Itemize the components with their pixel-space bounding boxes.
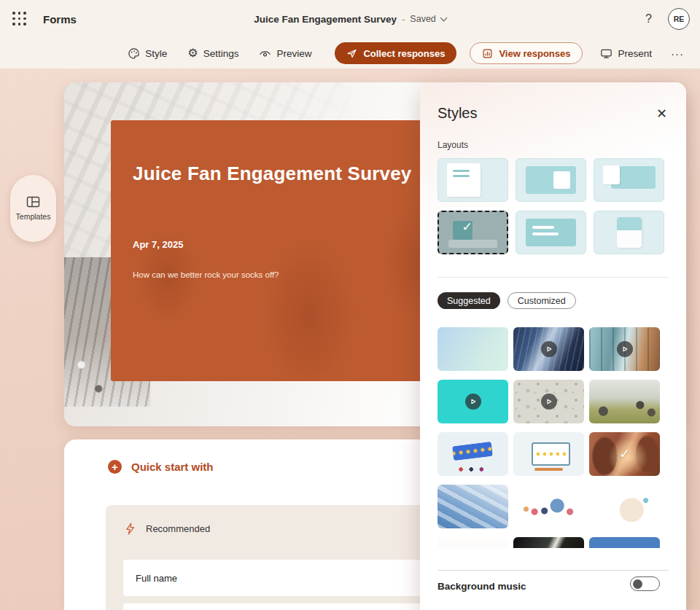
collect-responses-label: Collect responses xyxy=(363,48,445,59)
present-label: Present xyxy=(618,48,652,59)
collect-responses-button[interactable]: Collect responses xyxy=(335,42,456,64)
layout-option-text-banner[interactable] xyxy=(516,211,586,254)
templates-icon xyxy=(26,196,40,208)
layout-option-text-card-left[interactable] xyxy=(438,158,508,202)
theme-speckled-texture-video[interactable] xyxy=(513,380,584,423)
theme-team-dashboard-illustration[interactable] xyxy=(513,485,584,528)
app-name[interactable]: Forms xyxy=(43,13,77,26)
check-icon: ✓ xyxy=(619,446,630,462)
style-label: Style xyxy=(145,48,167,59)
view-responses-label: View responses xyxy=(499,48,570,59)
templates-label: Templates xyxy=(16,212,51,221)
theme-partial-dark[interactable] xyxy=(513,537,584,548)
layouts-label: Layouts xyxy=(438,140,468,150)
toolbar: Style ⚙ Settings Preview Collect respons… xyxy=(0,38,700,69)
play-icon xyxy=(617,341,633,357)
preview-button[interactable]: Preview xyxy=(252,43,319,64)
settings-label: Settings xyxy=(203,48,239,59)
styles-panel-title: Styles xyxy=(438,105,477,122)
theme-star-banner-illustration[interactable] xyxy=(438,432,508,476)
background-music-toggle[interactable] xyxy=(630,576,660,591)
divider xyxy=(438,277,669,278)
play-icon xyxy=(465,394,481,410)
chevron-down-icon[interactable] xyxy=(440,14,447,21)
filter-customized[interactable]: Customized xyxy=(508,292,576,309)
view-responses-button[interactable]: View responses xyxy=(470,42,583,64)
settings-button[interactable]: ⚙ Settings xyxy=(180,43,246,63)
theme-handshake-photo-selected[interactable]: ✓ xyxy=(589,432,660,476)
lightning-icon xyxy=(125,523,136,535)
themes-scroll-area[interactable]: ✓ xyxy=(420,327,686,548)
theme-partial-blue[interactable] xyxy=(589,537,660,548)
theme-rating-monitor-illustration[interactable] xyxy=(513,432,584,476)
layout-option-media-left[interactable] xyxy=(594,158,664,202)
filter-suggested[interactable]: Suggested xyxy=(438,292,500,309)
title-separator: - xyxy=(402,14,405,25)
theme-person-laptop-illustration[interactable] xyxy=(589,485,660,528)
theme-teal-solid-video[interactable] xyxy=(438,380,508,423)
document-title-group: Juice Fan Engagement Survey - Saved xyxy=(0,0,700,38)
preview-label: Preview xyxy=(276,48,311,59)
theme-filter-row: Suggested Customized xyxy=(438,292,576,309)
layout-option-split-vertical[interactable] xyxy=(594,211,664,254)
app-chrome: Forms Juice Fan Engagement Survey - Save… xyxy=(0,0,700,69)
layout-option-media-right[interactable] xyxy=(516,158,586,202)
top-right-actions: ? RE xyxy=(641,0,690,38)
top-bar: Forms Juice Fan Engagement Survey - Save… xyxy=(0,0,700,38)
app-launcher-icon[interactable] xyxy=(12,12,27,26)
templates-button[interactable]: Templates xyxy=(10,175,56,242)
avatar[interactable]: RE xyxy=(668,8,690,30)
palette-icon xyxy=(128,47,140,60)
bar-chart-icon xyxy=(482,48,493,59)
monitor-icon xyxy=(600,47,612,60)
style-button[interactable]: Style xyxy=(120,43,174,64)
present-button[interactable]: Present xyxy=(593,43,659,64)
eye-icon xyxy=(259,47,271,60)
recommended-label: Recommended xyxy=(146,523,210,534)
save-status[interactable]: Saved xyxy=(410,14,435,24)
background-music-label: Background music xyxy=(438,581,526,592)
gear-icon: ⚙ xyxy=(187,47,198,59)
document-title[interactable]: Juice Fan Engagement Survey xyxy=(254,14,397,25)
forms-app: Forms Juice Fan Engagement Survey - Save… xyxy=(0,0,700,610)
plus-icon: + xyxy=(108,460,122,474)
play-icon xyxy=(541,394,557,410)
close-icon[interactable]: ✕ xyxy=(652,104,672,123)
help-button[interactable]: ? xyxy=(641,9,656,28)
theme-partial-light[interactable] xyxy=(438,537,508,548)
theme-skyscrapers-video[interactable] xyxy=(513,327,584,371)
check-icon: ✓ xyxy=(462,219,472,235)
quick-start-heading: Quick start with xyxy=(131,461,214,473)
toggle-knob xyxy=(633,579,642,589)
styles-panel: Styles ✕ Layouts ✓ Suggested Customized xyxy=(420,82,686,610)
theme-blue-mint-gradient[interactable] xyxy=(438,327,508,371)
theme-cafe-worker-video[interactable] xyxy=(589,327,660,371)
send-icon xyxy=(346,48,357,59)
more-options-button[interactable]: ··· xyxy=(665,43,690,64)
layout-option-full-bleed-selected[interactable]: ✓ xyxy=(438,211,508,254)
divider xyxy=(438,570,669,571)
theme-sky-buildings-photo[interactable] xyxy=(438,485,508,528)
theme-office-people-photo[interactable] xyxy=(589,380,660,423)
play-icon xyxy=(541,341,557,357)
